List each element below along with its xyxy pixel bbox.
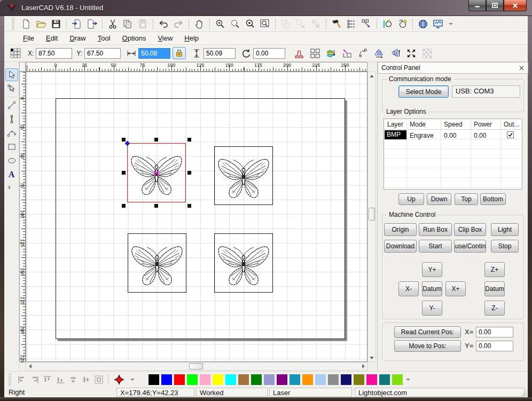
palette-swatch-17[interactable] <box>366 374 377 385</box>
tool-node-edit[interactable] <box>5 82 18 95</box>
undo-icon[interactable] <box>157 18 170 30</box>
start-button[interactable]: Start <box>419 240 452 253</box>
palette-swatch-14[interactable] <box>328 374 339 385</box>
palette-swatch-11[interactable] <box>290 374 300 385</box>
jog-x-minus-button[interactable]: X- <box>398 281 419 296</box>
light-button[interactable]: Light <box>491 223 519 236</box>
stamp-icon[interactable] <box>293 47 306 60</box>
panel-close-button[interactable] <box>518 64 525 72</box>
zoom-page-icon[interactable] <box>259 18 271 30</box>
pos-y-input[interactable] <box>476 341 513 351</box>
scroll-up-button[interactable] <box>368 72 375 80</box>
palette-swatch-5[interactable] <box>213 374 223 385</box>
display-icon[interactable] <box>432 18 444 30</box>
selection-handle-s[interactable] <box>154 204 158 208</box>
import-icon[interactable] <box>71 18 83 30</box>
vertical-scroll-thumb[interactable] <box>369 208 375 221</box>
selection-handle-w[interactable] <box>122 171 126 175</box>
scroll-down-button[interactable] <box>368 354 375 361</box>
align-bottom-icon[interactable] <box>54 374 66 386</box>
tool-line[interactable] <box>5 99 18 112</box>
center-page-icon[interactable] <box>93 374 105 386</box>
copy-icon[interactable] <box>121 18 134 30</box>
width-input[interactable] <box>138 48 170 59</box>
palette-swatch-8[interactable] <box>251 374 262 385</box>
palette-swatch-19[interactable] <box>392 374 403 385</box>
mirror-horizontal-icon[interactable] <box>373 47 386 60</box>
palette-swatch-16[interactable] <box>354 374 364 385</box>
layer-top-button[interactable]: Top <box>455 193 478 205</box>
x-input[interactable] <box>36 48 72 59</box>
jog-y-minus-button[interactable]: Y- <box>422 301 442 316</box>
jog-z-datum-button[interactable]: Datum <box>484 281 505 296</box>
tool-select[interactable] <box>5 68 18 81</box>
minimize-button[interactable] <box>468 0 486 11</box>
horizontal-scroll-thumb[interactable] <box>189 363 203 369</box>
tool-ellipse[interactable] <box>5 154 18 167</box>
menu-view[interactable]: View <box>152 33 178 43</box>
laser-dropdown-icon[interactable] <box>130 379 135 381</box>
palette-swatch-10[interactable] <box>277 374 287 385</box>
layer-table[interactable]: Layer Mode Speed Power Out... BMP Engrav… <box>384 119 522 190</box>
menu-help[interactable]: Help <box>178 33 205 43</box>
toolbar-more-dropdown-icon[interactable] <box>449 23 453 25</box>
palette-swatch-6[interactable] <box>225 374 236 385</box>
maximize-button[interactable] <box>486 0 504 11</box>
palette-swatch-1[interactable] <box>161 374 172 385</box>
cut-icon[interactable] <box>106 18 119 30</box>
palette-swatch-15[interactable] <box>341 374 351 385</box>
selection-handle-se[interactable] <box>187 204 191 208</box>
origin-button[interactable]: Origin <box>384 223 417 236</box>
butterfly-object[interactable] <box>214 146 273 205</box>
clip-box-button[interactable]: Clip Box <box>454 223 486 236</box>
mirror-vertical-icon[interactable] <box>389 47 402 60</box>
layer-up-button[interactable]: Up <box>398 193 424 205</box>
tool-text[interactable]: A <box>5 168 18 181</box>
paste-icon[interactable] <box>136 18 149 30</box>
pan-icon[interactable] <box>193 18 206 30</box>
group-squares-icon[interactable] <box>309 47 322 60</box>
menu-edit[interactable]: Edit <box>40 33 64 43</box>
zoom-all-icon[interactable] <box>244 18 256 30</box>
selection-handle-ne[interactable] <box>187 138 191 141</box>
save-icon[interactable] <box>50 18 62 30</box>
align-right-icon[interactable] <box>29 374 41 386</box>
measure-icon[interactable] <box>381 18 394 30</box>
read-current-pos-button[interactable]: Read Current Pos: <box>394 326 461 338</box>
layer-down-button[interactable]: Down <box>427 193 451 205</box>
menu-file[interactable]: File <box>17 33 40 43</box>
layer-output-checkbox[interactable] <box>507 131 514 138</box>
menu-tool[interactable]: Tool <box>92 33 116 43</box>
palette-swatch-3[interactable] <box>187 374 198 385</box>
palette-swatch-9[interactable] <box>264 374 275 385</box>
selected-butterfly-object[interactable] <box>127 143 186 202</box>
pick-tool-icon[interactable] <box>330 18 343 30</box>
palette-swatch-18[interactable] <box>379 374 390 385</box>
layers-icon[interactable] <box>325 47 338 60</box>
rotate-tool-icon[interactable] <box>396 18 409 30</box>
layer-cell-mode[interactable]: Engrave <box>410 132 434 139</box>
group-icon[interactable] <box>279 18 292 30</box>
network-icon[interactable] <box>417 18 429 30</box>
layer-bottom-button[interactable]: Bottom <box>480 193 506 205</box>
palette-swatch-7[interactable] <box>238 374 249 385</box>
menu-draw[interactable]: Draw <box>64 33 91 43</box>
open-icon[interactable] <box>35 18 48 30</box>
dimension-icon[interactable] <box>341 47 354 60</box>
param-list-icon[interactable] <box>345 18 358 30</box>
close-button[interactable] <box>504 0 527 11</box>
palette-swatch-2[interactable] <box>174 374 185 385</box>
jog-z-minus-button[interactable]: Z- <box>484 301 505 316</box>
move-to-pos-button[interactable]: Move to Pos: <box>394 340 461 352</box>
collapse-toolbar-icon[interactable] <box>7 185 10 190</box>
layer-cell-name[interactable]: BMP <box>385 130 406 139</box>
palette-swatch-13[interactable] <box>315 374 326 385</box>
layer-cell-power[interactable]: 0.00 <box>474 132 486 139</box>
tool-bezier[interactable] <box>5 127 18 139</box>
horizontal-scrollbar[interactable] <box>26 362 367 371</box>
jog-z-plus-button[interactable]: Z+ <box>484 262 505 277</box>
butterfly-object[interactable] <box>214 233 273 293</box>
center-vertical-icon[interactable] <box>80 374 92 386</box>
jog-y-plus-button[interactable]: Y+ <box>422 262 442 277</box>
ungroup-icon[interactable] <box>294 18 307 30</box>
